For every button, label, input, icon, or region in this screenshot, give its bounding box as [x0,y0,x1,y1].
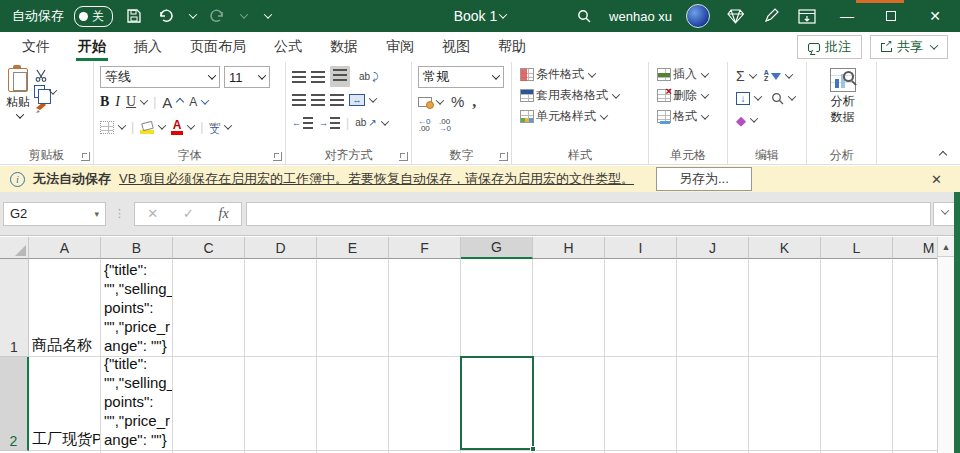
cell-i2[interactable] [605,357,677,451]
search-icon[interactable] [573,5,595,27]
cell-d1[interactable] [245,259,317,357]
merge-center-button[interactable]: ↔ [349,94,376,106]
row-header-1[interactable]: 1 [0,259,29,357]
column-header-d[interactable]: D [245,237,317,259]
fill-handle[interactable] [530,446,536,452]
tab-data[interactable]: 数据 [316,32,372,62]
cell-j1[interactable] [677,259,749,357]
decrease-indent-button[interactable]: ← [292,117,313,129]
column-header-k[interactable]: K [749,237,821,259]
maximize-button[interactable] [876,1,906,31]
find-select-button[interactable] [771,92,795,105]
tab-review[interactable]: 审阅 [372,32,428,62]
column-header-l[interactable]: L [821,237,893,259]
save-as-button[interactable]: 另存为... [656,167,752,191]
formula-input[interactable] [246,202,931,226]
column-header-f[interactable]: F [389,237,461,259]
increase-indent-button[interactable]: → [319,117,340,129]
cell-f1[interactable] [389,259,461,357]
comments-button[interactable]: 批注 [797,35,862,59]
insert-cells-button[interactable]: 插入 [657,66,723,83]
ribbon-display-options-icon[interactable] [796,5,818,27]
format-cells-button[interactable]: 格式 [657,108,723,125]
column-header-b[interactable]: B [101,237,173,259]
cell-c2[interactable] [173,357,245,451]
tab-view[interactable]: 视图 [428,32,484,62]
tab-formulas[interactable]: 公式 [260,32,316,62]
redo-dropdown-icon[interactable] [240,10,248,18]
column-header-c[interactable]: C [173,237,245,259]
cut-button[interactable] [34,69,56,82]
workbook-name[interactable]: Book 1 [454,8,507,24]
alignment-dialog-launcher[interactable] [399,152,408,161]
align-middle-button[interactable] [311,71,325,83]
decrease-font-button[interactable]: A [189,95,208,109]
percent-style-button[interactable]: % [451,93,464,110]
column-header-j[interactable]: J [677,237,749,259]
column-header-a[interactable]: A [29,237,101,259]
cell-m1[interactable] [893,259,937,357]
tab-insert[interactable]: 插入 [120,32,176,62]
select-all-button[interactable] [0,237,29,259]
cell-a1[interactable]: 商品名称 [29,259,101,357]
tab-file[interactable]: 文件 [8,32,64,62]
cell-h1[interactable] [533,259,605,357]
redo-button[interactable] [206,5,228,27]
paste-button[interactable]: 粘贴 [6,66,30,147]
align-center-button[interactable] [311,94,325,106]
cell-grid[interactable]: 商品名称 {"title": "","selling_ points": "",… [29,259,937,453]
number-format-select[interactable]: 常规 [418,66,504,88]
cell-styles-button[interactable]: 单元格样式 [520,108,644,125]
tab-help[interactable]: 帮助 [484,32,540,62]
save-icon[interactable] [123,5,145,27]
insert-function-button[interactable]: fx [219,206,229,222]
font-dialog-launcher[interactable] [273,152,282,161]
warning-message[interactable]: VB 项目必须保存在启用宏的工作簿中。若要恢复自动保存，请保存为启用宏的文件类型… [119,170,634,188]
tab-home[interactable]: 开始 [64,32,120,62]
clear-button[interactable]: ◆ [736,113,757,128]
phonetic-guide-button[interactable]: wén文 [209,121,231,133]
cell-d2[interactable] [245,357,317,451]
analyze-data-button[interactable]: 分析 数据 [830,66,856,147]
name-box-dropdown-icon[interactable]: ▾ [94,209,99,219]
editor-pen-icon[interactable] [760,5,782,27]
borders-button[interactable] [100,121,125,134]
cell-b2[interactable]: {"title": "","selling_ points": "","pric… [101,357,173,451]
cell-e2[interactable] [317,357,389,451]
comma-style-button[interactable]: , [472,93,476,111]
cell-i1[interactable] [605,259,677,357]
undo-dropdown-icon[interactable] [189,10,197,18]
copy-button[interactable] [34,85,56,98]
cell-a2[interactable]: 工厂现货P [29,357,101,451]
align-bottom-button[interactable] [330,66,350,87]
column-header-h[interactable]: H [533,237,605,259]
delete-cells-button[interactable]: 删除 [657,87,723,104]
cell-l2[interactable] [821,357,893,451]
minimize-button[interactable]: — [832,1,862,31]
accounting-format-button[interactable] [418,97,443,107]
increase-decimal-button[interactable]: ←0.00 [418,118,430,132]
clipboard-dialog-launcher[interactable] [81,152,90,161]
wrap-text-button[interactable]: ab⤸ [359,71,378,83]
tab-page-layout[interactable]: 页面布局 [176,32,260,62]
autosum-button[interactable]: Σ [736,68,756,84]
active-cell-selection[interactable] [460,356,534,450]
cell-b1[interactable]: {"title": "","selling_ points": "","pric… [101,259,173,357]
align-right-button[interactable] [330,94,344,106]
cell-e1[interactable] [317,259,389,357]
user-name[interactable]: wenhao xu [609,9,672,24]
format-as-table-button[interactable]: 套用表格格式 [520,87,644,104]
cell-g1[interactable] [461,259,533,357]
increase-font-button[interactable]: A [162,94,183,111]
column-header-i[interactable]: I [605,237,677,259]
conditional-formatting-button[interactable]: 条件格式 [520,66,644,83]
formula-bar-splitter[interactable]: ⋮ [114,207,126,220]
autosave-toggle[interactable]: 关 [74,6,113,27]
italic-button[interactable]: I [115,94,120,110]
font-color-button[interactable]: A [171,120,194,135]
decrease-decimal-button[interactable]: .00→0 [438,118,450,132]
cell-f2[interactable] [389,357,461,451]
cell-h2[interactable] [533,357,605,451]
column-header-e[interactable]: E [317,237,389,259]
sort-filter-button[interactable]: AZ [764,70,792,82]
